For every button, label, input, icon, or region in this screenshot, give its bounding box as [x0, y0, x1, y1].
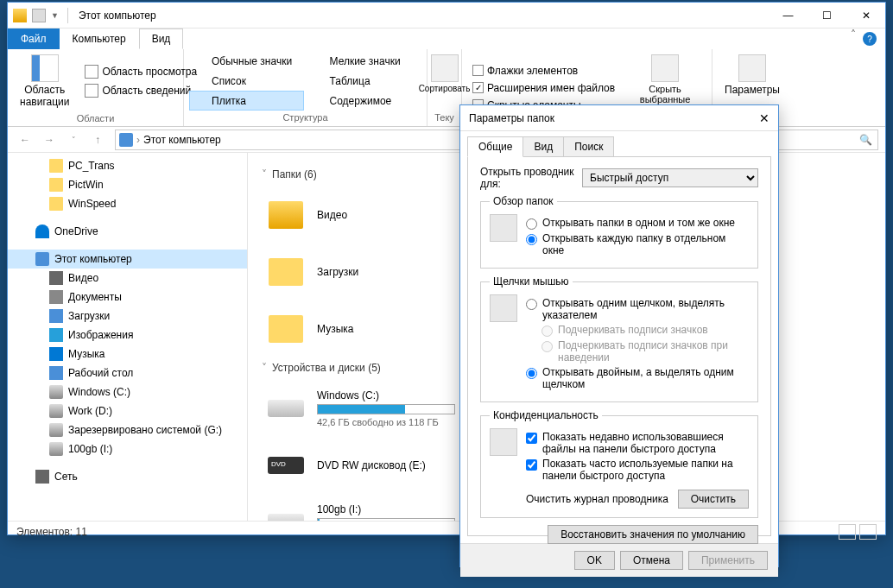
group-current-label: Теку — [433, 111, 456, 124]
onedrive-icon — [35, 224, 49, 238]
dvd-icon: DVD — [268, 457, 304, 474]
tree-drive-d[interactable]: Work (D:) — [8, 401, 247, 420]
tab-computer[interactable]: Компьютер — [60, 28, 139, 49]
tab-view[interactable]: Вид — [522, 136, 564, 157]
group-panes-label: Области — [13, 111, 178, 125]
radio-underline-hover: Подчеркивать подписи значков при наведен… — [526, 339, 749, 364]
computer-icon — [119, 133, 133, 147]
layout-small[interactable]: Мелкие значки — [307, 51, 422, 71]
radio-underline-icons: Подчеркивать подписи значков — [526, 324, 749, 337]
apply-button[interactable]: Применить — [688, 551, 768, 570]
qat-dropdown-icon[interactable]: ▼ — [51, 11, 59, 20]
up-button[interactable]: ↑ — [87, 130, 108, 150]
dialog-tabs: Общие Вид Поиск — [460, 131, 778, 157]
open-for-select[interactable]: Быстрый доступ — [582, 168, 758, 187]
clear-history-label: Очистить журнал проводника — [526, 493, 668, 505]
layout-list[interactable]: Список — [189, 71, 304, 91]
tree-pc-trans[interactable]: PC_Trans — [8, 156, 247, 175]
tree-music[interactable]: Музыка — [8, 345, 247, 364]
privacy-legend: Конфиденциальность — [490, 409, 602, 421]
group-layout-label: Структура — [189, 111, 421, 124]
nav-tree[interactable]: PC_Trans PictWin WinSpeed OneDrive Этот … — [8, 153, 248, 521]
tree-winspeed[interactable]: WinSpeed — [8, 194, 247, 213]
hide-icon — [651, 54, 679, 82]
nav-pane-label: Область навигации — [20, 84, 69, 108]
sort-icon — [431, 54, 459, 82]
layout-tile[interactable]: Плитка — [189, 91, 304, 111]
view-tiles-button[interactable] — [859, 524, 877, 540]
tree-drive-c[interactable]: Windows (C:) — [8, 383, 247, 401]
dialog-title: Параметры папок — [469, 112, 554, 124]
nav-pane-button[interactable]: Область навигации — [13, 51, 76, 111]
folder-icon — [269, 201, 303, 229]
nav-pane-icon — [31, 54, 59, 82]
privacy-fieldset: Конфиденциальность Показать недавно испо… — [480, 409, 758, 518]
folder-icon — [269, 315, 303, 343]
address-text: Этот компьютер — [143, 134, 221, 146]
show-checkboxes[interactable]: Флажки элементов — [467, 63, 620, 79]
tab-general[interactable]: Общие — [467, 136, 523, 157]
options-icon — [738, 54, 766, 82]
close-icon[interactable]: ✕ — [759, 111, 770, 125]
drive-icon — [268, 514, 304, 521]
separator — [67, 8, 68, 23]
tab-view[interactable]: Вид — [139, 28, 184, 49]
layout-table[interactable]: Таблица — [307, 71, 422, 91]
drive-icon — [268, 400, 304, 417]
chevron-down-icon: ˅ — [262, 362, 267, 374]
dialog-titlebar: Параметры папок ✕ — [460, 105, 778, 131]
back-button[interactable]: ← — [15, 130, 35, 150]
ok-button[interactable]: OK — [574, 551, 615, 570]
tree-onedrive[interactable]: OneDrive — [8, 222, 247, 241]
window-title: Этот компьютер — [79, 9, 156, 22]
tree-pictures[interactable]: Изображения — [8, 326, 247, 345]
folder-options-dialog: Параметры папок ✕ Общие Вид Поиск Открыт… — [459, 104, 779, 567]
clear-button[interactable]: Очистить — [678, 490, 749, 509]
tree-documents[interactable]: Документы — [8, 288, 247, 307]
item-count: Элементов: 11 — [16, 526, 87, 538]
tree-pictwin[interactable]: PictWin — [8, 175, 247, 194]
clicks-icon — [490, 294, 517, 322]
tree-drive-g[interactable]: Зарезервировано системой (G:) — [8, 420, 247, 439]
radio-same-window[interactable]: Открывать папки в одном и том же окне — [526, 217, 749, 230]
tree-drive-i[interactable]: 100gb (I:) — [8, 439, 247, 458]
layout-content[interactable]: Содержимое — [307, 91, 422, 111]
layout-regular[interactable]: Обычные значки — [189, 51, 304, 71]
radio-single-click[interactable]: Открывать одним щелчком, выделять указат… — [526, 297, 749, 321]
radio-new-window[interactable]: Открывать каждую папку в отдельном окне — [526, 232, 749, 256]
titlebar: ▼ Этот компьютер — ☐ ✕ — [8, 3, 885, 28]
tree-video[interactable]: Видео — [8, 269, 247, 288]
dialog-buttons: OK Отмена Применить — [460, 543, 778, 577]
chevron-down-icon: ˅ — [262, 168, 267, 180]
search-icon: 🔍 — [859, 134, 872, 146]
tree-desktop[interactable]: Рабочий стол — [8, 364, 247, 383]
ribbon-tabs: Файл Компьютер Вид ˄ ? — [8, 28, 885, 49]
forward-button[interactable]: → — [39, 130, 60, 150]
clicks-fieldset: Щелчки мышью Открывать одним щелчком, вы… — [480, 275, 758, 402]
check-frequent-folders[interactable]: Показать часто используемые папки на пан… — [526, 458, 749, 482]
sort-button[interactable]: Сортировать — [433, 51, 456, 111]
minimize-button[interactable]: — — [769, 3, 808, 28]
close-button[interactable]: ✕ — [846, 3, 885, 28]
tree-downloads[interactable]: Загрузки — [8, 307, 247, 326]
cancel-button[interactable]: Отмена — [620, 551, 683, 570]
maximize-button[interactable]: ☐ — [808, 3, 846, 28]
tree-this-pc[interactable]: Этот компьютер — [8, 250, 247, 269]
tree-network[interactable]: Сеть — [8, 467, 247, 486]
restore-defaults-button[interactable]: Восстановить значения по умолчанию — [548, 525, 758, 544]
radio-double-click[interactable]: Открывать двойным, а выделять одним щелч… — [526, 366, 749, 390]
tab-search[interactable]: Поиск — [563, 136, 614, 157]
tab-file[interactable]: Файл — [8, 28, 60, 49]
help-icon[interactable]: ? — [863, 32, 877, 46]
browse-icon — [490, 214, 517, 242]
view-details-button[interactable] — [839, 524, 856, 540]
open-for-label: Открыть проводник для: — [480, 166, 575, 190]
browse-fieldset: Обзор папок Открывать папки в одном и то… — [480, 195, 758, 269]
computer-icon — [35, 252, 49, 266]
check-recent-files[interactable]: Показать недавно использовавшиеся файлы … — [526, 431, 749, 455]
ribbon-collapse-icon[interactable]: ˄ — [851, 28, 856, 49]
dialog-body: Открыть проводник для: Быстрый доступ Об… — [467, 156, 771, 536]
show-extensions[interactable]: ✓Расширения имен файлов — [467, 80, 620, 96]
properties-icon[interactable] — [32, 9, 46, 22]
recent-dropdown[interactable]: ˅ — [63, 130, 84, 150]
